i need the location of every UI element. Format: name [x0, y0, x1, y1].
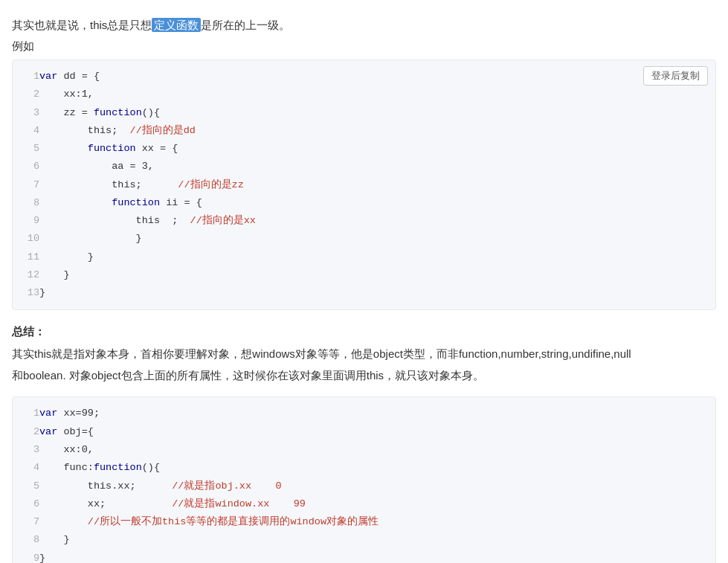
copy-button-1[interactable]: 登录后复制: [643, 66, 708, 86]
table-row: 9 }: [13, 550, 715, 563]
table-row: 10 }: [13, 230, 715, 248]
line-number: 4: [13, 459, 39, 477]
line-number: 12: [13, 266, 39, 284]
table-row: 2 xx:1,: [13, 86, 715, 103]
line-code: this ; //指向的是xx: [39, 212, 715, 230]
line-code: }: [39, 248, 715, 266]
code-table-1: 1 var dd = { 2 xx:1, 3 zz = function(){ …: [13, 68, 715, 302]
table-row: 1 var xx=99;: [13, 405, 715, 422]
summary-line1: 其实this就是指对象本身，首相你要理解对象，想windows对象等等，他是ob…: [12, 347, 631, 360]
line-number: 1: [13, 68, 39, 86]
line-code: }: [39, 284, 715, 302]
intro-text: 其实也就是说，this总是只想定义函数是所在的上一级。: [12, 15, 716, 35]
line-code: }: [39, 230, 715, 248]
line-code: zz = function(){: [39, 104, 715, 122]
table-row: 6 xx; //就是指window.xx 99: [13, 495, 715, 513]
line-number: 8: [13, 194, 39, 212]
example-label: 例如: [12, 39, 716, 54]
line-code: var xx=99;: [39, 405, 715, 422]
line-number: 1: [13, 405, 39, 422]
line-number: 6: [13, 158, 39, 176]
line-code: var obj={: [39, 423, 715, 441]
line-number: 4: [13, 122, 39, 140]
table-row: 5 this.xx; //就是指obj.xx 0: [13, 477, 715, 495]
table-row: 2 var obj={: [13, 423, 715, 441]
line-code: xx:1,: [39, 86, 715, 103]
line-number: 9: [13, 212, 39, 230]
line-code: aa = 3,: [39, 158, 715, 176]
table-row: 6 aa = 3,: [13, 158, 715, 176]
line-number: 13: [13, 284, 39, 302]
line-code: xx; //就是指window.xx 99: [39, 495, 715, 513]
line-code: this; //指向的是dd: [39, 122, 715, 140]
intro-before: 其实也就是说，this总是只想: [12, 19, 152, 31]
line-number: 5: [13, 140, 39, 158]
line-code: xx:0,: [39, 441, 715, 459]
line-number: 7: [13, 176, 39, 194]
line-number: 11: [13, 248, 39, 266]
table-row: 7 //所以一般不加this等等的都是直接调用的window对象的属性: [13, 513, 715, 531]
table-row: 8 function ii = {: [13, 194, 715, 212]
line-number: 3: [13, 104, 39, 122]
line-number: 10: [13, 230, 39, 248]
table-row: 11 }: [13, 248, 715, 266]
table-row: 12 }: [13, 266, 715, 284]
intro-after: 是所在的上一级。: [201, 19, 290, 31]
summary-line2: 和boolean. 对象object包含上面的所有属性，这时候你在该对象里面调用…: [12, 369, 484, 382]
highlight-text: 定义函数: [152, 18, 201, 32]
line-code: this; //指向的是zz: [39, 176, 715, 194]
code-table-2: 1 var xx=99; 2 var obj={ 3 xx:0, 4 func:…: [13, 405, 715, 563]
table-row: 1 var dd = {: [13, 68, 715, 86]
line-code: func:function(){: [39, 459, 715, 477]
summary-text: 其实this就是指对象本身，首相你要理解对象，想windows对象等等，他是ob…: [12, 344, 716, 386]
line-number: 6: [13, 495, 39, 513]
line-number: 8: [13, 531, 39, 549]
code-block-1: 登录后复制 1 var dd = { 2 xx:1, 3 zz = functi…: [12, 59, 716, 310]
line-code: }: [39, 266, 715, 284]
summary-title: 总结：: [12, 325, 716, 339]
line-code: //所以一般不加this等等的都是直接调用的window对象的属性: [39, 513, 715, 531]
line-code: this.xx; //就是指obj.xx 0: [39, 477, 715, 495]
table-row: 7 this; //指向的是zz: [13, 176, 715, 194]
line-number: 7: [13, 513, 39, 531]
code-block-2: 1 var xx=99; 2 var obj={ 3 xx:0, 4 func:…: [12, 396, 716, 563]
table-row: 5 function xx = {: [13, 140, 715, 158]
line-number: 3: [13, 441, 39, 459]
line-code: function xx = {: [39, 140, 715, 158]
line-number: 5: [13, 477, 39, 495]
line-number: 2: [13, 86, 39, 103]
table-row: 13 }: [13, 284, 715, 302]
table-row: 9 this ; //指向的是xx: [13, 212, 715, 230]
line-code: function ii = {: [39, 194, 715, 212]
line-number: 9: [13, 550, 39, 563]
line-code: var dd = {: [39, 68, 715, 86]
line-code: }: [39, 550, 715, 563]
line-number: 2: [13, 423, 39, 441]
table-row: 4 this; //指向的是dd: [13, 122, 715, 140]
table-row: 4 func:function(){: [13, 459, 715, 477]
table-row: 8 }: [13, 531, 715, 549]
table-row: 3 zz = function(){: [13, 104, 715, 122]
line-code: }: [39, 531, 715, 549]
table-row: 3 xx:0,: [13, 441, 715, 459]
